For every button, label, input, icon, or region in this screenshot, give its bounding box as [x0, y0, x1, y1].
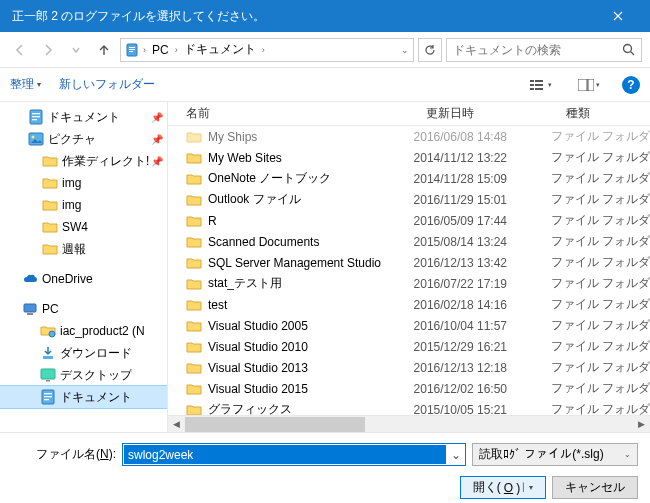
svg-rect-1	[129, 47, 135, 48]
breadcrumb-folder[interactable]: ドキュメント	[182, 41, 258, 58]
tree-item[interactable]: ダウンロード	[0, 342, 167, 364]
col-date[interactable]: 更新日時	[418, 105, 558, 122]
file-row[interactable]: stat_テスト用2016/07/22 17:19ファイル フォルダ	[168, 273, 650, 294]
address-bar[interactable]: › PC › ドキュメント › ⌄	[120, 38, 414, 62]
folder-icon	[42, 197, 58, 213]
file-row[interactable]: Visual Studio 20052016/10/04 11:57ファイル フ…	[168, 315, 650, 336]
nav-tree[interactable]: ドキュメント📌ピクチャ📌作業ディレクト!📌imgimgSW4週報OneDrive…	[0, 102, 168, 432]
view-button[interactable]: ▾	[526, 74, 556, 96]
file-row[interactable]: SQL Server Management Studio2016/12/13 1…	[168, 252, 650, 273]
file-row[interactable]: test2016/02/18 14:16ファイル フォルダ	[168, 294, 650, 315]
file-type: ファイル フォルダ	[551, 296, 650, 313]
arrow-right-icon	[41, 43, 55, 57]
folder-icon	[42, 175, 58, 191]
scroll-left-button[interactable]: ◀	[168, 416, 185, 433]
tree-item[interactable]: img	[0, 172, 167, 194]
file-list[interactable]: My Ships2016/06/08 14:48ファイル フォルダMy Web …	[168, 126, 650, 415]
tree-item[interactable]: ドキュメント	[0, 386, 167, 408]
col-type[interactable]: 種類	[558, 105, 650, 122]
file-date: 2016/11/29 15:01	[414, 193, 551, 207]
tree-item[interactable]: ピクチャ📌	[0, 128, 167, 150]
file-name: Visual Studio 2010	[208, 340, 414, 354]
up-button[interactable]	[92, 38, 116, 62]
close-icon	[613, 11, 623, 21]
tree-item[interactable]: 週報	[0, 238, 167, 260]
file-name: R	[208, 214, 414, 228]
file-name: グラフィックス	[208, 401, 414, 415]
organize-button[interactable]: 整理 ▾	[10, 76, 41, 93]
file-row[interactable]: Outlook ファイル2016/11/29 15:01ファイル フォルダ	[168, 189, 650, 210]
pin-icon: 📌	[151, 112, 163, 123]
arrow-left-icon	[13, 43, 27, 57]
filter-label: 読取ﾛｸﾞ ファイル(*.slg)	[479, 446, 624, 463]
file-row[interactable]: R2016/05/09 17:44ファイル フォルダ	[168, 210, 650, 231]
file-row[interactable]: グラフィックス2015/10/05 15:21ファイル フォルダ	[168, 399, 650, 415]
tree-item[interactable]: 作業ディレクト!📌	[0, 150, 167, 172]
file-type: ファイル フォルダ	[551, 317, 650, 334]
file-row[interactable]: My Ships2016/06/08 14:48ファイル フォルダ	[168, 126, 650, 147]
file-name: Visual Studio 2005	[208, 319, 414, 333]
tree-item[interactable]: iac_product2 (N	[0, 320, 167, 342]
file-row[interactable]: Visual Studio 20132016/12/13 12:18ファイル フ…	[168, 357, 650, 378]
open-button[interactable]: 開く(O)▏▾	[460, 476, 546, 499]
forward-button[interactable]	[36, 38, 60, 62]
chevron-down-icon[interactable]: ⌄	[401, 45, 409, 55]
file-pane: 名前 更新日時 種類 My Ships2016/06/08 14:48ファイル …	[168, 102, 650, 432]
svg-rect-6	[535, 80, 543, 82]
tree-item[interactable]: img	[0, 194, 167, 216]
tree-label: デスクトップ	[60, 367, 132, 384]
search-icon[interactable]	[622, 43, 635, 56]
column-headers: 名前 更新日時 種類	[168, 102, 650, 126]
folder-icon	[186, 192, 202, 208]
file-row[interactable]: Visual Studio 20152016/12/02 16:50ファイル フ…	[168, 378, 650, 399]
preview-button[interactable]: ▾	[574, 74, 604, 96]
filename-combo[interactable]: ⌄	[122, 443, 466, 466]
file-name: test	[208, 298, 414, 312]
tree-label: SW4	[62, 220, 88, 234]
tree-item[interactable]: デスクトップ	[0, 364, 167, 386]
search-box[interactable]	[446, 38, 642, 62]
col-name[interactable]: 名前	[168, 105, 418, 122]
tree-item[interactable]: OneDrive	[0, 268, 167, 290]
file-row[interactable]: My Web Sites2014/11/12 13:22ファイル フォルダ	[168, 147, 650, 168]
file-row[interactable]: OneNote ノートブック2014/11/28 15:09ファイル フォルダ	[168, 168, 650, 189]
folder-icon	[186, 318, 202, 334]
scroll-track[interactable]	[185, 416, 633, 433]
file-type: ファイル フォルダ	[551, 401, 650, 415]
back-button[interactable]	[8, 38, 32, 62]
file-type: ファイル フォルダ	[551, 338, 650, 355]
file-type: ファイル フォルダ	[551, 149, 650, 166]
refresh-button[interactable]	[418, 38, 442, 62]
svg-rect-28	[44, 399, 49, 400]
filename-input[interactable]	[124, 445, 446, 464]
file-row[interactable]: Visual Studio 20102015/12/29 16:21ファイル フ…	[168, 336, 650, 357]
recent-button[interactable]	[64, 38, 88, 62]
folder-icon	[186, 297, 202, 313]
file-row[interactable]: Scanned Documents2015/08/14 13:24ファイル フォ…	[168, 231, 650, 252]
cancel-button[interactable]: キャンセル	[552, 476, 638, 499]
button-row: 開く(O)▏▾ キャンセル	[12, 476, 638, 499]
tree-item[interactable]: PC	[0, 298, 167, 320]
tree-item[interactable]: SW4	[0, 216, 167, 238]
chevron-right-icon: ›	[143, 45, 146, 55]
scroll-thumb[interactable]	[185, 417, 365, 432]
help-button[interactable]: ?	[622, 76, 640, 94]
svg-rect-26	[44, 393, 52, 394]
svg-rect-19	[24, 304, 36, 312]
scroll-right-button[interactable]: ▶	[633, 416, 650, 433]
breadcrumb-pc[interactable]: PC	[150, 43, 171, 57]
folder-icon	[186, 255, 202, 271]
new-folder-button[interactable]: 新しいフォルダー	[59, 76, 155, 93]
search-input[interactable]	[453, 43, 622, 57]
chevron-down-icon[interactable]: ⌄	[447, 448, 465, 462]
close-button[interactable]	[598, 0, 638, 32]
tree-item[interactable]: ドキュメント📌	[0, 106, 167, 128]
footer: ファイル名(N): ⌄ 読取ﾛｸﾞ ファイル(*.slg) ⌄ 開く(O)▏▾ …	[0, 432, 650, 503]
file-type-filter[interactable]: 読取ﾛｸﾞ ファイル(*.slg) ⌄	[472, 443, 638, 466]
toolbar: 整理 ▾ 新しいフォルダー ▾ ▾ ?	[0, 68, 650, 102]
file-name: Outlook ファイル	[208, 191, 414, 208]
svg-rect-7	[530, 84, 534, 86]
tree-label: ドキュメント	[60, 389, 132, 406]
h-scrollbar[interactable]: ◀ ▶	[168, 415, 650, 432]
tree-label: PC	[42, 302, 59, 316]
